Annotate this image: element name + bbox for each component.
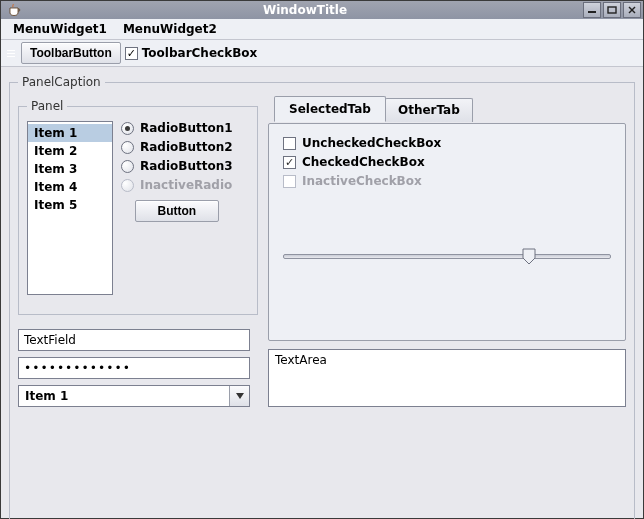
list-item[interactable]: Item 5 xyxy=(28,196,112,214)
checkbox-label: InactiveCheckBox xyxy=(302,174,422,188)
close-button[interactable] xyxy=(623,2,641,18)
toolbar: ToolbarButton ✓ ToolbarCheckBox xyxy=(1,40,643,67)
text-field-value: TextField xyxy=(24,333,76,347)
panel-caption-group: PanelCaption Panel Item 1 Item 2 Item 3 … xyxy=(9,75,635,519)
inner-panel-legend: Panel xyxy=(27,99,67,113)
radio-button-2[interactable]: RadioButton2 xyxy=(121,140,233,154)
text-field[interactable]: TextField xyxy=(18,329,250,351)
checkbox-label: CheckedCheckBox xyxy=(302,155,425,169)
password-field-value: ••••••••••••• xyxy=(24,361,131,375)
checkbox-unchecked[interactable]: UncheckedCheckBox xyxy=(283,136,611,150)
toolbar-grip-icon[interactable] xyxy=(7,42,15,64)
slider-track xyxy=(283,254,611,259)
tab-selected[interactable]: SelectedTab xyxy=(274,96,386,122)
radio-label: InactiveRadio xyxy=(140,178,232,192)
content-area: PanelCaption Panel Item 1 Item 2 Item 3 … xyxy=(1,67,643,519)
panel-button[interactable]: Button xyxy=(135,200,219,222)
radio-button-3[interactable]: RadioButton3 xyxy=(121,159,233,173)
maximize-button[interactable] xyxy=(603,2,621,18)
radio-button-1[interactable]: RadioButton1 xyxy=(121,121,233,135)
checkbox-inactive: InactiveCheckBox xyxy=(283,174,611,188)
radio-label: RadioButton3 xyxy=(140,159,233,173)
list-item[interactable]: Item 4 xyxy=(28,178,112,196)
menu-item-2[interactable]: MenuWidget2 xyxy=(115,19,225,39)
svg-rect-0 xyxy=(588,11,596,13)
text-area-value: TextArea xyxy=(275,353,327,367)
radio-label: RadioButton2 xyxy=(140,140,233,154)
radio-dot-icon xyxy=(121,160,134,173)
checkbox-box-icon xyxy=(283,175,296,188)
chevron-down-icon[interactable] xyxy=(229,386,249,406)
toolbar-checkbox[interactable]: ✓ ToolbarCheckBox xyxy=(125,46,258,60)
checkbox-checked[interactable]: ✓CheckedCheckBox xyxy=(283,155,611,169)
text-area[interactable]: TextArea xyxy=(268,349,626,407)
tab-other[interactable]: OtherTab xyxy=(385,98,473,122)
checkmark-icon: ✓ xyxy=(283,156,296,169)
radio-label: RadioButton1 xyxy=(140,121,233,135)
svg-marker-4 xyxy=(236,393,244,399)
toolbar-button[interactable]: ToolbarButton xyxy=(21,42,121,64)
inner-panel: Panel Item 1 Item 2 Item 3 Item 4 Item 5 xyxy=(18,99,258,315)
minimize-button[interactable] xyxy=(583,2,601,18)
radio-button-inactive: InactiveRadio xyxy=(121,178,233,192)
slider[interactable] xyxy=(283,254,611,272)
checkbox-box-icon xyxy=(283,137,296,150)
menu-bar: MenuWidget1 MenuWidget2 xyxy=(1,19,643,40)
checkmark-icon: ✓ xyxy=(125,47,138,60)
combo-box[interactable]: Item 1 xyxy=(18,385,250,407)
java-cup-icon xyxy=(5,1,23,19)
application-window: WindowTitle MenuWidget1 MenuWidget2 Tool… xyxy=(0,0,644,519)
toolbar-checkbox-label: ToolbarCheckBox xyxy=(142,46,258,60)
title-bar[interactable]: WindowTitle xyxy=(1,1,643,19)
tab-pane: SelectedTab OtherTab UncheckedCheckBox ✓… xyxy=(268,99,626,341)
password-field[interactable]: ••••••••••••• xyxy=(18,357,250,379)
radio-dot-icon xyxy=(121,179,134,192)
list-item[interactable]: Item 3 xyxy=(28,160,112,178)
radio-dot-icon xyxy=(121,122,134,135)
combo-selected-value: Item 1 xyxy=(19,387,229,405)
panel-caption-legend: PanelCaption xyxy=(18,75,105,89)
slider-thumb-icon[interactable] xyxy=(522,248,536,265)
list-box[interactable]: Item 1 Item 2 Item 3 Item 4 Item 5 xyxy=(27,121,113,295)
radio-dot-icon xyxy=(121,141,134,154)
window-title: WindowTitle xyxy=(27,3,583,17)
svg-rect-1 xyxy=(608,7,616,13)
list-item[interactable]: Item 1 xyxy=(28,124,112,142)
list-item[interactable]: Item 2 xyxy=(28,142,112,160)
checkbox-label: UncheckedCheckBox xyxy=(302,136,441,150)
menu-item-1[interactable]: MenuWidget1 xyxy=(5,19,115,39)
